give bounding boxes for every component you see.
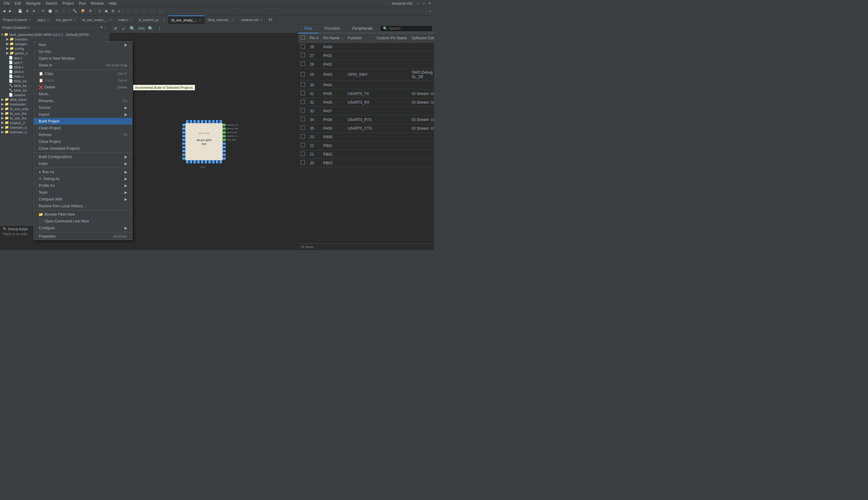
toolbar-btn-8[interactable]: 🔧 <box>71 8 79 14</box>
table-row[interactable]: 26 PA00 <box>298 43 434 52</box>
row-checkbox[interactable] <box>301 126 305 130</box>
cm-refresh[interactable]: Refresh F5 <box>34 132 132 138</box>
tab-project-explorer-close[interactable]: ✕ <box>29 18 31 21</box>
row-checkbox[interactable] <box>301 91 305 95</box>
cm-copy[interactable]: 📋 Copy Ctrl+C <box>34 70 132 77</box>
row-checkbox[interactable] <box>301 72 305 77</box>
tab-bt-soc-1-close[interactable]: ✕ <box>109 18 112 21</box>
tab-overflow[interactable]: ▾1 <box>266 15 276 24</box>
cm-import[interactable]: Import ▶ <box>34 111 132 118</box>
cm-move[interactable]: Move... <box>34 91 132 98</box>
more-options-icon[interactable]: ⋮ <box>156 25 163 32</box>
cm-source[interactable]: Source ▶ <box>34 104 132 111</box>
menu-project[interactable]: Project <box>60 0 76 7</box>
row-checkbox[interactable] <box>301 100 305 104</box>
menu-file[interactable]: File <box>1 0 12 7</box>
tab-bt-soc-2[interactable]: bt_soc_empty_... ✕ <box>168 15 205 24</box>
toolbar-btn-10[interactable]: ⚙ <box>87 8 93 14</box>
row-checkbox[interactable] <box>301 151 305 156</box>
row-checkbox[interactable] <box>301 82 305 87</box>
table-row[interactable]: 31 PA05 USART0_TX IO Stream: USART ( <box>298 89 434 98</box>
toolbar-perspective-2[interactable]: ⬛ <box>133 8 140 14</box>
toolbar-forward[interactable]: ▶ <box>8 8 13 14</box>
tab-pins[interactable]: Pins <box>298 24 318 33</box>
table-row[interactable]: 27 PA01 <box>298 52 434 60</box>
cm-browse-files[interactable]: 📂 Browse Files Here <box>34 211 132 218</box>
tab-function[interactable]: Function <box>318 24 346 33</box>
row-checkbox[interactable] <box>301 44 305 48</box>
cm-debug-as[interactable]: ⚙ Debug As ▶ <box>34 175 132 182</box>
toolbar-perspective-4[interactable]: ⬛ <box>149 8 156 14</box>
toolbar-btn-3[interactable]: ⊗ <box>31 8 37 14</box>
cm-close-unrelated[interactable]: Close Unrelated Projects <box>34 145 132 152</box>
table-row[interactable]: 33 PA07 <box>298 107 434 115</box>
toolbar-perspective-3[interactable]: ⬛ <box>141 8 148 14</box>
table-row[interactable]: 34 PA08 USART0_RTS IO Stream: USART ( <box>298 115 434 124</box>
row-checkbox[interactable] <box>301 143 305 147</box>
tab-em-gpio[interactable]: em_gpio.h ✕ <box>53 15 79 24</box>
cm-properties[interactable]: Properties Alt+Enter <box>34 233 132 240</box>
cm-configure[interactable]: Configure ▶ <box>34 225 132 231</box>
tab-bt-soc-2-close[interactable]: ✕ <box>199 18 201 22</box>
tab-sl-system[interactable]: sl_system_pr... ✕ <box>136 15 168 24</box>
toolbar-btn-9[interactable]: 📦 <box>79 8 87 14</box>
cm-go-into[interactable]: Go Into <box>34 48 132 55</box>
tab-blink-bareme-close[interactable]: ✕ <box>232 18 235 21</box>
toolbar-btn-11[interactable]: ⟨⟩ <box>97 8 102 14</box>
zoom-in-icon[interactable]: 🔍 <box>147 25 155 32</box>
menu-edit[interactable]: Edit <box>12 0 23 7</box>
tab-readme[interactable]: readme.md ✕ <box>238 15 266 24</box>
col-custom-pin[interactable]: Custom Pin Name <box>374 33 409 43</box>
rotate-left-icon[interactable]: ↺ <box>112 25 119 32</box>
tab-main-c[interactable]: main.c ✕ <box>115 15 135 24</box>
cm-run-as[interactable]: ● Run As ▶ <box>34 169 132 175</box>
table-row[interactable]: 20 PB03 <box>298 159 434 167</box>
toolbar-btn-14[interactable]: ≡ <box>116 9 121 14</box>
cm-team[interactable]: Team ▶ <box>34 189 132 196</box>
menu-window[interactable]: Window <box>88 0 106 7</box>
cm-rename[interactable]: Rename... F2 <box>34 98 132 104</box>
toolbar-btn-12[interactable]: ▣ <box>103 8 109 14</box>
toolbar-btn-2[interactable]: ⊕ <box>24 8 30 14</box>
cm-show-in[interactable]: Show In Alt+Shift+W ▶ <box>34 62 132 69</box>
tab-peripherals[interactable]: Peripherals <box>346 24 379 33</box>
row-checkbox[interactable] <box>301 134 305 139</box>
table-row[interactable]: 35 PA09 USART0_CTS IO Stream: USART ( <box>298 124 434 133</box>
toolbar-perspective[interactable]: ⬛ <box>125 8 132 14</box>
table-row[interactable]: 30 PA04 <box>298 81 434 89</box>
zoom-out-icon[interactable]: 🔍 <box>128 25 136 32</box>
cm-profile-as[interactable]: Profile As ▶ <box>34 182 132 189</box>
row-checkbox[interactable] <box>301 53 305 57</box>
row-checkbox[interactable] <box>301 160 305 164</box>
row-checkbox[interactable] <box>301 117 305 121</box>
toolbar-btn-6[interactable]: ▷ <box>54 8 60 14</box>
table-row[interactable]: 32 PA06 USART0_RX IO Stream: USART ( <box>298 98 434 107</box>
cm-open-new-window[interactable]: Open in New Window <box>34 55 132 62</box>
toolbar-btn-5[interactable]: ⬤ <box>47 8 54 14</box>
table-row[interactable]: 21 PB02 <box>298 150 434 159</box>
cm-compare-with[interactable]: Compare With ▶ <box>34 196 132 203</box>
toolbar-save[interactable]: 💾 <box>16 8 24 14</box>
cm-build-configurations[interactable]: Build Configurations ▶ <box>34 154 132 160</box>
menu-search[interactable]: Search <box>43 0 60 7</box>
tab-sl-system-close[interactable]: ✕ <box>162 18 165 21</box>
tab-bt-soc-1[interactable]: bt_soc_empty_... ✕ <box>79 15 115 24</box>
menu-run[interactable]: Run <box>77 0 88 7</box>
search-input[interactable] <box>389 26 430 31</box>
toolbar-btn-4[interactable]: ⟳ <box>40 8 46 14</box>
row-checkbox[interactable] <box>301 108 305 113</box>
menu-navigate[interactable]: Navigate <box>23 0 43 7</box>
cm-new[interactable]: New ▶ <box>34 42 132 48</box>
tab-app-c-close[interactable]: ✕ <box>47 18 49 21</box>
tab-main-c-close[interactable]: ✕ <box>130 18 132 21</box>
table-row[interactable]: 22 PB01 <box>298 141 434 150</box>
tab-blink-bareme[interactable]: blink_bareme... ✕ <box>205 15 238 24</box>
col-function[interactable]: Function <box>345 33 374 43</box>
col-pin-name[interactable]: Pin Name ↑ <box>321 33 345 43</box>
cm-build-project[interactable]: Build Project <box>34 118 132 125</box>
tab-readme-close[interactable]: ✕ <box>260 18 262 21</box>
cm-clean-project[interactable]: Clean Project <box>34 125 132 132</box>
toolbar-back[interactable]: ◀ <box>1 8 7 14</box>
cm-delete[interactable]: ❌ Delete Delete <box>34 84 132 91</box>
tab-project-explorer[interactable]: Project Explorer ✕ <box>0 15 34 24</box>
